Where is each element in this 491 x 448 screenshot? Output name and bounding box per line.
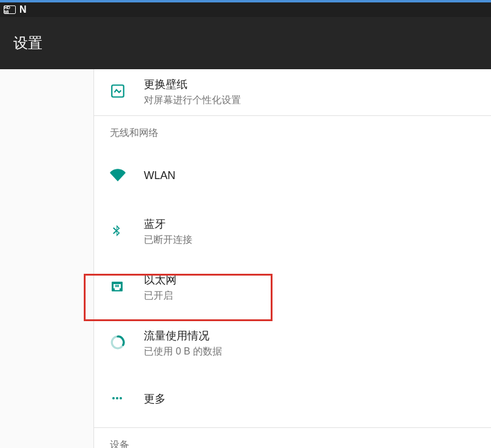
- svg-rect-6: [118, 285, 119, 287]
- wifi-icon: [110, 167, 126, 185]
- bluetooth-icon: [110, 223, 123, 241]
- row-ethernet[interactable]: 以太网 已开启: [94, 260, 491, 316]
- section-device: 设备: [94, 427, 491, 448]
- row-data-usage[interactable]: 流量使用情况 已使用 0 B 的数据: [94, 316, 491, 372]
- ethernet-icon: [110, 279, 124, 296]
- data-usage-icon: [110, 334, 126, 353]
- svg-point-9: [116, 397, 118, 399]
- status-bar: HD MI N: [0, 2, 491, 17]
- section-wireless: 无线和网络: [94, 115, 491, 148]
- svg-point-10: [120, 397, 122, 399]
- row-bluetooth[interactable]: 蓝牙 已断开连接: [94, 204, 491, 260]
- wlan-title: WLAN: [144, 169, 480, 183]
- content: 更换壁纸 对屏幕进行个性化设置 无线和网络 WLAN: [0, 69, 491, 448]
- app-bar: 设置: [0, 17, 491, 69]
- svg-rect-5: [117, 285, 118, 287]
- wallpaper-subtitle: 对屏幕进行个性化设置: [144, 94, 480, 107]
- wallpaper-title: 更换壁纸: [144, 78, 480, 92]
- data-usage-title: 流量使用情况: [144, 329, 480, 343]
- ethernet-subtitle: 已开启: [144, 290, 480, 302]
- hdmi-icon: HD MI: [4, 5, 16, 14]
- row-wallpaper[interactable]: 更换壁纸 对屏幕进行个性化设置: [94, 69, 491, 115]
- bluetooth-title: 蓝牙: [144, 217, 480, 231]
- n-icon: N: [19, 4, 27, 15]
- ethernet-title: 以太网: [144, 273, 480, 287]
- svg-point-8: [112, 397, 115, 399]
- svg-rect-4: [115, 285, 117, 287]
- wallpaper-icon: [110, 83, 126, 101]
- data-usage-subtitle: 已使用 0 B 的数据: [144, 345, 480, 358]
- row-more[interactable]: 更多: [94, 372, 491, 427]
- bluetooth-subtitle: 已断开连接: [144, 234, 480, 246]
- left-gutter: [0, 69, 94, 448]
- more-title: 更多: [144, 392, 480, 406]
- settings-panel: 更换壁纸 对屏幕进行个性化设置 无线和网络 WLAN: [94, 69, 491, 448]
- page-title: 设置: [13, 33, 42, 53]
- svg-rect-3: [115, 288, 120, 290]
- more-icon: [110, 391, 124, 408]
- row-wlan[interactable]: WLAN: [94, 148, 491, 204]
